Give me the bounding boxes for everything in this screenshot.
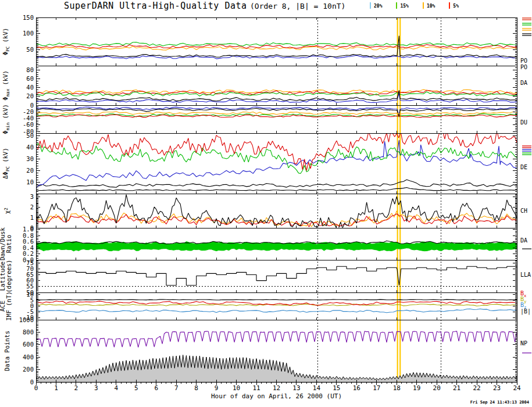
y-tick-label: 40	[26, 84, 34, 91]
x-tick-label: 12	[273, 384, 280, 392]
y-tick-label: 1000	[19, 316, 34, 323]
series-np-comb-line	[36, 331, 517, 348]
panel-dawn-dusk-ratio: 1.00.80.60.40.20.0Dawn/DuskRatioDA	[0, 226, 531, 263]
x-tick-label: 9	[215, 384, 219, 392]
panel-ticks	[36, 260, 517, 292]
x-tick-label: 0	[34, 384, 38, 392]
y-tick-label: 0	[30, 102, 34, 109]
svg-text:Ratio: Ratio	[5, 235, 12, 254]
y-tick-label: 0	[30, 379, 34, 385]
y-tick-label: 800	[23, 329, 34, 335]
panel-phi-pc: 15010050ΦPC (kV)POPO	[2, 14, 531, 71]
svg-text:DA: DA	[520, 237, 527, 244]
y-tick-label: 20	[26, 167, 34, 174]
y-tick-label: 600	[23, 341, 34, 348]
x-tick-label: 22	[473, 384, 480, 392]
x-tick-label: 8	[194, 384, 198, 392]
x-tick-label: 24	[513, 384, 521, 392]
x-tick-label: 23	[493, 384, 501, 392]
panel-data-points: 10008006004002000Data PointsNP	[3, 316, 531, 385]
y-tick-label: 50	[26, 46, 34, 53]
svg-text:DA: DA	[520, 80, 527, 86]
x-tick-label: 10	[233, 384, 240, 392]
y-tick-label: -40	[23, 115, 34, 122]
superdarn-plot-page: 15010050ΦPC (kV)POPO806040200Φmax (kV)DA…	[0, 0, 532, 407]
series-coverage-histogram	[36, 355, 517, 383]
panel-chi-squared: 3210χ2CH	[3, 193, 528, 231]
x-tick-label: 11	[252, 384, 260, 392]
series-red-line	[36, 130, 517, 170]
legend-label: 20%	[374, 3, 382, 9]
y-tick-label: 10	[26, 178, 34, 185]
y-tick-label: 2	[30, 204, 34, 210]
x-tick-label: 20	[433, 384, 441, 392]
svg-text:ΦPC (kV): ΦPC (kV)	[2, 28, 10, 55]
y-tick-label: 3	[30, 193, 34, 200]
x-tick-label: 3	[94, 384, 98, 392]
x-axis-label: Hour of day on April, 26 2000 (UT)	[36, 392, 517, 400]
panel-frame	[36, 194, 517, 228]
series-black-flat-line	[36, 188, 517, 191]
panel-delta-phi-pc: 5040302010ΔΦPC (kV)DE	[2, 130, 531, 194]
chart-subtitle: (Order 8, |B| = 10nT)	[250, 2, 345, 10]
panel-series-ace-imf	[36, 299, 517, 313]
panel-ace-imf: 1050-5-10ACEIMF (nT)BxByBz|B|	[0, 290, 531, 321]
y-tick-label: 400	[23, 354, 34, 360]
y-tick-label: 1	[30, 214, 34, 221]
y-tick-label: 40	[26, 144, 34, 151]
legend-item-10%: 10%	[423, 2, 435, 9]
panel-frame	[36, 17, 517, 66]
svg-text:(degrees): (degrees)	[5, 260, 12, 293]
y-tick-label: 100	[23, 30, 34, 37]
svg-text:|B|: |B|	[520, 308, 531, 315]
legend-item-5%: 5%	[449, 2, 459, 9]
x-tick-label: 6	[154, 384, 158, 392]
panel-series-chi-squared	[36, 195, 517, 229]
y-tick-label: 150	[23, 14, 34, 21]
svg-text:DU: DU	[520, 119, 527, 126]
panel-phi-max: 806040200Φmax (kV)DA	[2, 66, 527, 109]
svg-text:ΔΦPC (kV): ΔΦPC (kV)	[2, 148, 10, 178]
legend-item-20%: 20%	[370, 2, 382, 9]
y-tick-label: 20	[26, 92, 34, 99]
series-black-line	[36, 180, 517, 187]
x-tick-label: 16	[353, 384, 360, 392]
y-tick-label: -60	[23, 121, 34, 128]
panel-series-data-points	[36, 331, 517, 382]
panel-series-dawn-dusk-ratio	[36, 241, 517, 251]
x-axis: 0123456789101112131415161718192021222324	[34, 382, 521, 392]
print-timestamp: Fri Sep 24 11:43:13 2004	[470, 400, 529, 405]
legend-label: 15%	[400, 3, 408, 9]
y-tick-label: 80	[26, 66, 34, 73]
x-tick-label: 13	[292, 384, 300, 392]
x-tick-label: 21	[453, 384, 460, 392]
panel-series-delta-phi-pc	[36, 130, 517, 191]
x-tick-label: 17	[373, 384, 380, 392]
series-b-magnitude-line	[36, 299, 517, 300]
svg-text:LLA: LLA	[520, 272, 531, 278]
x-tick-label: 4	[115, 384, 119, 392]
series-black-line	[36, 195, 517, 229]
panel-series-latitude	[36, 266, 517, 285]
y-tick-label: 60	[26, 75, 34, 82]
panel-ticks	[36, 107, 517, 133]
x-tick-label: 7	[174, 384, 178, 392]
series-green-line	[36, 42, 517, 47]
svg-text:NP: NP	[520, 340, 527, 347]
panel-series-phi-max	[36, 90, 517, 102]
svg-text:Φmin (kV): Φmin (kV)	[2, 104, 10, 134]
series-latitude-step-line	[36, 266, 517, 285]
x-tick-label: 5	[134, 384, 138, 392]
x-tick-label: 19	[413, 384, 420, 392]
svg-text:Φmax (kV): Φmax (kV)	[2, 70, 10, 101]
legend-tick-icon	[370, 2, 371, 9]
x-tick-label: 18	[393, 384, 401, 392]
x-tick-label: 14	[313, 384, 321, 392]
legend-tick-icon	[423, 2, 424, 9]
svg-text:IMF (nT): IMF (nT)	[5, 291, 12, 321]
svg-text:χ2: χ2	[3, 208, 11, 214]
legend-tick-icon	[449, 2, 450, 9]
x-tick-label: 2	[74, 384, 78, 392]
x-tick-label: 15	[333, 384, 340, 392]
series-red-line	[36, 45, 517, 49]
